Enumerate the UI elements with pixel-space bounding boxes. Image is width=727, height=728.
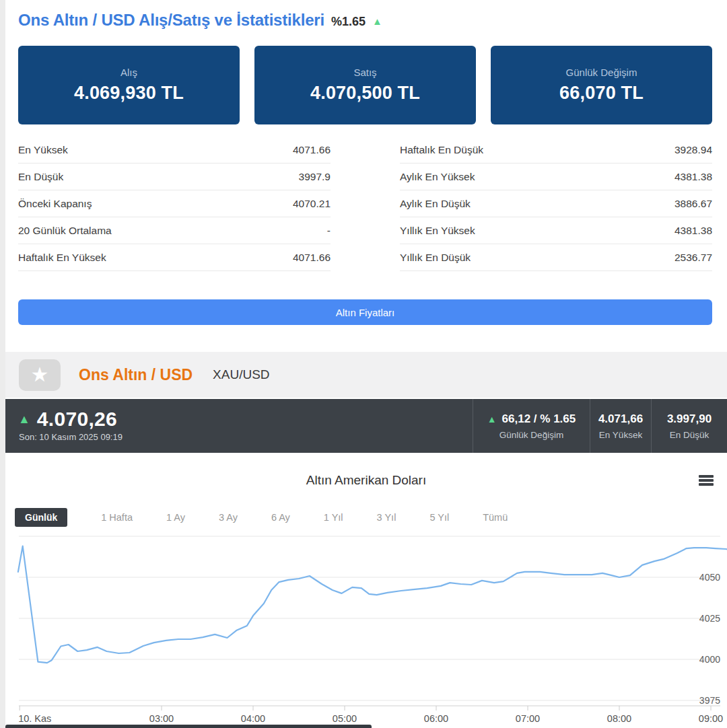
svg-text:03:00: 03:00 bbox=[149, 713, 174, 724]
stat-value: 3928.94 bbox=[674, 144, 712, 156]
price-line-chart[interactable]: 397540004025405010. Kas03:0004:0005:0006… bbox=[5, 531, 727, 728]
favorite-star-button[interactable]: ★ bbox=[19, 359, 61, 391]
stat-value: 3997.9 bbox=[299, 171, 331, 183]
stat-label: Haftalık En Yüksek bbox=[18, 252, 106, 264]
stat-label: Aylık En Yüksek bbox=[400, 171, 475, 183]
chart-card: Altın Amerikan Doları Günlük1 Hafta1 Ay3… bbox=[5, 453, 727, 728]
last-update-time: Son: 10 Kasım 2025 09:19 bbox=[19, 432, 473, 442]
stat-value: 2536.77 bbox=[674, 252, 712, 264]
next-section-peek bbox=[5, 725, 372, 728]
instrument-name: Ons Altın / USD bbox=[79, 366, 193, 384]
price-card: Alış 4.069,930 TL bbox=[18, 46, 240, 124]
ticker-cell: 4.071,66 En Yüksek bbox=[590, 399, 651, 453]
chart-title: Altın Amerikan Doları bbox=[5, 473, 727, 488]
range-tab-tümü[interactable]: Tümü bbox=[483, 512, 508, 523]
range-tab-3-yıl[interactable]: 3 Yıl bbox=[377, 512, 396, 523]
stat-label: En Yüksek bbox=[18, 144, 68, 156]
last-price: 4.070,26 bbox=[37, 408, 117, 431]
chart-menu-icon[interactable] bbox=[699, 475, 714, 487]
stat-value: 4381.38 bbox=[674, 171, 712, 183]
stat-value: - bbox=[327, 225, 331, 237]
range-tab-günlük[interactable]: Günlük bbox=[15, 508, 67, 527]
stat-label: Aylık En Düşük bbox=[400, 198, 471, 210]
svg-text:06:00: 06:00 bbox=[424, 713, 448, 724]
stat-value: 4070.21 bbox=[293, 198, 331, 210]
stat-label: Yıllık En Yüksek bbox=[400, 225, 475, 237]
table-row: Yıllık En Düşük 2536.77 bbox=[400, 244, 712, 271]
ticker-cell: 3.997,90 En Düşük bbox=[651, 399, 727, 453]
table-row: En Düşük 3997.9 bbox=[18, 163, 331, 190]
ticker-bar: ▲ 4.070,26 Son: 10 Kasım 2025 09:19 ▲66,… bbox=[5, 399, 727, 453]
page-left-gutter bbox=[0, 0, 5, 728]
gold-prices-button[interactable]: Altın Fiyatları bbox=[18, 299, 712, 325]
up-arrow-icon: ▲ bbox=[372, 15, 382, 27]
card-value: 4.070,500 TL bbox=[310, 83, 420, 104]
price-card: Günlük Değişim 66,070 TL bbox=[491, 46, 712, 124]
stat-value: 4071.66 bbox=[293, 144, 331, 156]
ticker-cell-label: Günlük Değişim bbox=[499, 430, 563, 440]
svg-text:07:00: 07:00 bbox=[516, 713, 540, 724]
page-title: Ons Altın / USD Alış/Satış ve İstatistik… bbox=[18, 11, 324, 30]
range-tab-1-yıl[interactable]: 1 Yıl bbox=[324, 512, 343, 523]
svg-text:08:00: 08:00 bbox=[607, 713, 631, 724]
up-arrow-icon: ▲ bbox=[487, 414, 497, 425]
stat-label: Haftalık En Düşük bbox=[400, 144, 483, 156]
ticker-cell-value: 3.997,90 bbox=[667, 412, 712, 426]
svg-text:09:00: 09:00 bbox=[699, 713, 723, 724]
instrument-strip: ★ Ons Altın / USD XAU/USD bbox=[5, 352, 727, 398]
stat-value: 4381.38 bbox=[674, 225, 712, 237]
ticker-cell-label: En Düşük bbox=[670, 430, 709, 440]
price-card: Satış 4.070,500 TL bbox=[254, 46, 476, 124]
stat-label: Önceki Kapanış bbox=[18, 198, 92, 210]
change-percent: %1.65 bbox=[331, 15, 366, 29]
table-row: En Yüksek 4071.66 bbox=[18, 137, 331, 163]
table-row: Haftalık En Düşük 3928.94 bbox=[400, 137, 712, 163]
card-label: Günlük Değişim bbox=[566, 67, 637, 78]
instrument-code: XAU/USD bbox=[213, 367, 269, 382]
ticker-price-block: ▲ 4.070,26 Son: 10 Kasım 2025 09:19 bbox=[5, 399, 473, 453]
stat-label: En Düşük bbox=[18, 171, 63, 183]
star-icon: ★ bbox=[31, 365, 49, 385]
chart-range-tabs: Günlük1 Hafta1 Ay3 Ay6 Ay1 Yıl3 Yıl5 Yıl… bbox=[5, 507, 727, 527]
table-row: Aylık En Yüksek 4381.38 bbox=[400, 163, 712, 190]
ticker-cell-label: En Yüksek bbox=[599, 430, 642, 440]
statistics-left-column: En Yüksek 4071.66 En Düşük 3997.9 Önceki… bbox=[18, 137, 331, 271]
card-value: 66,070 TL bbox=[559, 83, 644, 104]
stat-value: 4071.66 bbox=[293, 252, 331, 264]
range-tab-3-ay[interactable]: 3 Ay bbox=[219, 512, 238, 523]
ticker-stat-cells: ▲66,12 / % 1.65 Günlük Değişim 4.071,66 … bbox=[473, 399, 727, 453]
table-row: Yıllık En Yüksek 4381.38 bbox=[400, 217, 712, 244]
range-tab-1-hafta[interactable]: 1 Hafta bbox=[101, 512, 133, 523]
stats-header: Ons Altın / USD Alış/Satış ve İstatistik… bbox=[18, 11, 712, 31]
stat-label: 20 Günlük Ortalama bbox=[18, 225, 112, 237]
stat-label: Yıllık En Düşük bbox=[400, 252, 471, 264]
price-cards: Alış 4.069,930 TL Satış 4.070,500 TL Gün… bbox=[18, 46, 712, 124]
table-row: Haftalık En Yüksek 4071.66 bbox=[18, 244, 331, 271]
svg-text:4025: 4025 bbox=[699, 613, 720, 624]
statistics-table: En Yüksek 4071.66 En Düşük 3997.9 Önceki… bbox=[18, 137, 712, 271]
table-row: 20 Günlük Ortalama - bbox=[18, 217, 331, 244]
up-arrow-icon: ▲ bbox=[18, 413, 30, 425]
svg-text:4000: 4000 bbox=[699, 654, 720, 665]
ticker-cell-value: 4.071,66 bbox=[598, 412, 643, 426]
svg-text:3975: 3975 bbox=[699, 695, 720, 706]
card-label: Satış bbox=[353, 67, 376, 78]
range-tab-5-yıl[interactable]: 5 Yıl bbox=[429, 512, 449, 523]
range-tab-1-ay[interactable]: 1 Ay bbox=[166, 512, 185, 523]
table-row: Önceki Kapanış 4070.21 bbox=[18, 190, 331, 217]
ticker-cell: ▲66,12 / % 1.65 Günlük Değişim bbox=[473, 399, 590, 453]
ticker-cell-value: 66,12 / % 1.65 bbox=[502, 412, 576, 426]
stats-panel: Ons Altın / USD Alış/Satış ve İstatistik… bbox=[5, 0, 727, 325]
svg-text:04:00: 04:00 bbox=[241, 713, 265, 724]
svg-text:10. Kas: 10. Kas bbox=[18, 713, 51, 724]
svg-text:4050: 4050 bbox=[699, 572, 720, 583]
card-label: Alış bbox=[120, 67, 137, 78]
stat-value: 3886.67 bbox=[674, 198, 712, 210]
statistics-right-column: Haftalık En Düşük 3928.94 Aylık En Yükse… bbox=[400, 137, 712, 271]
table-row: Aylık En Düşük 3886.67 bbox=[400, 190, 712, 217]
range-tab-6-ay[interactable]: 6 Ay bbox=[271, 512, 290, 523]
svg-text:05:00: 05:00 bbox=[333, 713, 357, 724]
card-value: 4.069,930 TL bbox=[74, 83, 184, 104]
